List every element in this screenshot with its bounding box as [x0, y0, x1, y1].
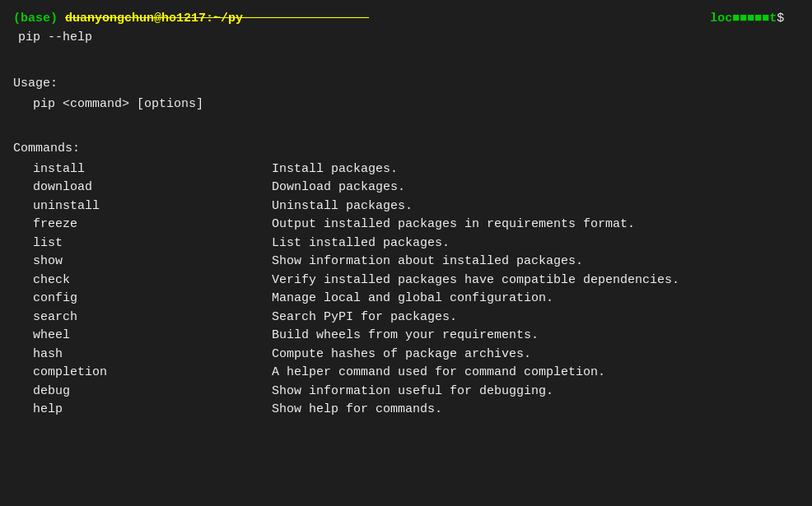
command-desc: Show help for commands.	[272, 401, 442, 420]
command-row: hashCompute hashes of package archives.	[13, 346, 799, 364]
terminal: (base) duanyongchun@ho1217 :~/py────────…	[13, 10, 799, 506]
command-name: help	[33, 401, 272, 420]
command-row: uninstallUninstall packages.	[13, 197, 799, 216]
command-name: uninstall	[33, 197, 272, 216]
prompt-user: duanyongchun@ho1217	[65, 10, 206, 29]
command-desc: Build wheels from your requirements.	[272, 327, 539, 346]
command-desc: Download packages.	[272, 179, 405, 197]
command-name: freeze	[33, 216, 272, 234]
command-name: search	[33, 309, 272, 327]
command-row: configManage local and global configurat…	[13, 290, 799, 309]
prompt-suffix: loc	[369, 10, 732, 29]
command-desc: Search PyPI for packages.	[272, 309, 457, 327]
blank-line-1	[13, 50, 799, 63]
command-row: installInstall packages.	[13, 160, 799, 179]
command-name: show	[33, 253, 272, 272]
prompt-loc: ■■■■■t	[732, 10, 777, 29]
command-row: downloadDownload packages.	[13, 179, 799, 197]
blank-line-2	[13, 117, 799, 128]
command-desc: Show information useful for debugging.	[272, 383, 553, 402]
usage-line: pip <command> [options]	[13, 95, 799, 114]
command-row: freezeOutput installed packages in requi…	[13, 216, 799, 234]
prompt-command: pip --help	[18, 29, 92, 48]
command-desc: A helper command used for command comple…	[272, 364, 605, 383]
commands-list: installInstall packages.downloadDownload…	[13, 160, 799, 420]
usage-label: Usage:	[13, 75, 799, 94]
command-name: install	[33, 160, 272, 179]
command-name: check	[33, 272, 272, 290]
command-name: debug	[33, 383, 272, 402]
command-name: list	[33, 234, 272, 253]
command-row: helpShow help for commands.	[13, 401, 799, 420]
prompt-dollar: $	[777, 10, 784, 29]
prompt-base: (base)	[13, 10, 58, 29]
command-desc: Compute hashes of package archives.	[272, 346, 531, 364]
command-desc: Show information about installed package…	[272, 253, 583, 272]
command-desc: Install packages.	[272, 160, 398, 179]
commands-label: Commands:	[13, 140, 799, 159]
command-name: completion	[33, 364, 272, 383]
command-desc: Manage local and global configuration.	[272, 290, 553, 309]
command-row: debugShow information useful for debuggi…	[13, 383, 799, 402]
prompt-redacted: :~/py─────────────────	[206, 10, 369, 29]
command-name: hash	[33, 346, 272, 364]
command-name: download	[33, 179, 272, 197]
prompt-separator1	[58, 10, 65, 29]
commands-block: Commands: installInstall packages.downlo…	[13, 140, 799, 420]
command-row: searchSearch PyPI for packages.	[13, 309, 799, 327]
command-row: wheelBuild wheels from your requirements…	[13, 327, 799, 346]
command-desc: List installed packages.	[272, 234, 450, 253]
prompt-line: (base) duanyongchun@ho1217 :~/py────────…	[13, 10, 799, 47]
command-desc: Verify installed packages have compatibl…	[272, 272, 679, 290]
usage-block: Usage: pip <command> [options]	[13, 75, 799, 114]
command-row: listList installed packages.	[13, 234, 799, 253]
command-name: wheel	[33, 327, 272, 346]
command-row: showShow information about installed pac…	[13, 253, 799, 272]
command-desc: Output installed packages in requirement…	[272, 216, 635, 234]
command-desc: Uninstall packages.	[272, 197, 413, 216]
command-row: checkVerify installed packages have comp…	[13, 272, 799, 290]
command-row: completionA helper command used for comm…	[13, 364, 799, 383]
command-name: config	[33, 290, 272, 309]
